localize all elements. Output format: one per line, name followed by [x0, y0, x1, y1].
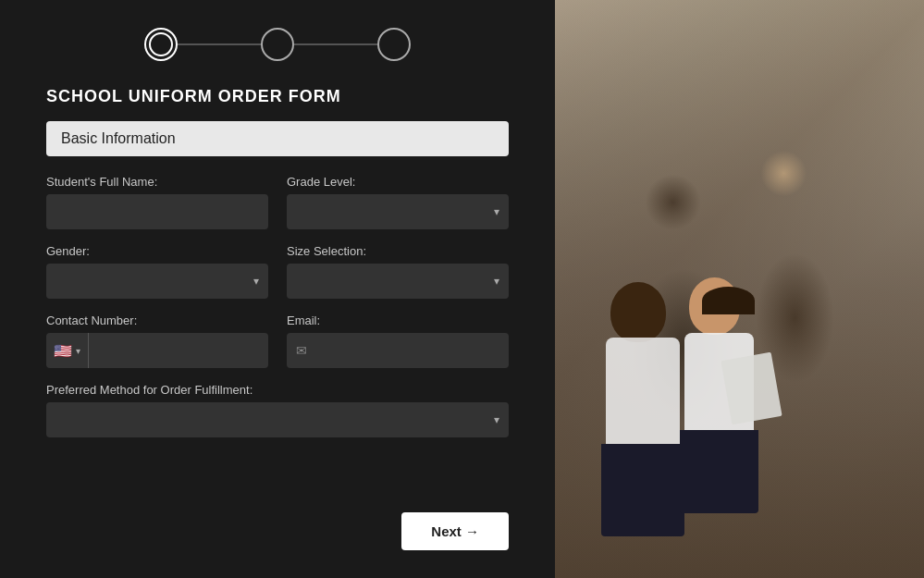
fulfillment-label: Preferred Method for Order Fulfillment:: [46, 383, 509, 397]
student-figure-right: [675, 264, 777, 504]
size-select-wrapper: XS S M L XL XXL ▾: [287, 264, 509, 299]
background-image: [555, 0, 924, 578]
step-2: [261, 28, 294, 61]
gender-select[interactable]: Male Female Other: [46, 264, 268, 299]
left-panel: School Uniform Order Form Basic Informat…: [0, 0, 555, 578]
phone-flag-dropdown[interactable]: 🇺🇸 ▾: [46, 333, 89, 368]
student-book: [721, 352, 782, 424]
right-panel: [555, 0, 924, 578]
grade-select-wrapper: Grade 1 Grade 2 Grade 3 Grade 4 Grade 5 …: [287, 194, 509, 229]
size-label: Size Selection:: [287, 244, 509, 258]
email-envelope-icon: ✉: [287, 343, 316, 358]
stepper: [46, 28, 509, 61]
contact-number-label: Contact Number:: [46, 314, 268, 327]
step-1: [144, 28, 178, 61]
student-hair-right: [702, 287, 755, 314]
student-head-right: [689, 277, 740, 335]
us-flag-icon: 🇺🇸: [54, 342, 72, 360]
button-row: Next →: [46, 512, 509, 550]
email-group: Email: ✉: [287, 314, 509, 368]
student-shirt-left: [606, 338, 680, 449]
contact-number-group: Contact Number: 🇺🇸 ▾: [46, 314, 268, 368]
step-3: [377, 28, 411, 61]
row-gender-size: Gender: Male Female Other ▾ Size Selecti…: [46, 244, 509, 299]
email-input-wrapper: ✉: [287, 333, 509, 368]
phone-number-input[interactable]: [89, 333, 268, 368]
phone-input-wrapper: 🇺🇸 ▾: [46, 333, 268, 368]
row-name-grade: Student's Full Name: Grade Level: Grade …: [46, 175, 509, 229]
form-title: School Uniform Order Form: [46, 87, 509, 106]
student-pants-left: [601, 444, 684, 536]
fulfillment-group: Preferred Method for Order Fulfillment: …: [46, 383, 509, 437]
step-line-1: [178, 43, 261, 45]
student-name-input[interactable]: [46, 194, 268, 229]
fulfillment-select-wrapper: Pickup Delivery Mail ▾: [46, 402, 509, 437]
grade-level-group: Grade Level: Grade 1 Grade 2 Grade 3 Gra…: [287, 175, 509, 229]
grade-select[interactable]: Grade 1 Grade 2 Grade 3 Grade 4 Grade 5 …: [287, 194, 509, 229]
gender-label: Gender:: [46, 244, 268, 258]
size-group: Size Selection: XS S M L XL XXL ▾: [287, 244, 509, 299]
email-input[interactable]: [316, 333, 509, 368]
row-contact-email: Contact Number: 🇺🇸 ▾ Email: ✉: [46, 314, 509, 368]
phone-chevron-down-icon: ▾: [76, 346, 80, 356]
gender-select-wrapper: Male Female Other ▾: [46, 264, 268, 299]
student-head-left: [610, 282, 666, 342]
grade-level-label: Grade Level:: [287, 175, 509, 189]
step-line-2: [294, 43, 377, 45]
next-button[interactable]: Next →: [401, 512, 509, 550]
size-select[interactable]: XS S M L XL XXL: [287, 264, 509, 299]
student-name-label: Student's Full Name:: [46, 175, 268, 189]
student-name-group: Student's Full Name:: [46, 175, 268, 229]
section-heading: Basic Information: [46, 121, 509, 156]
email-label: Email:: [287, 314, 509, 327]
student-skirt-right: [680, 430, 758, 513]
gender-group: Gender: Male Female Other ▾: [46, 244, 268, 299]
fulfillment-select[interactable]: Pickup Delivery Mail: [46, 402, 509, 437]
